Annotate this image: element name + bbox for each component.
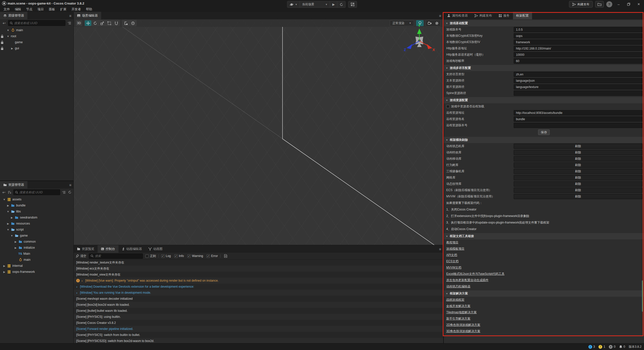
status-notifications[interactable]: 0 bbox=[619, 345, 625, 348]
filter-checkbox-box[interactable]: ✓ bbox=[174, 254, 178, 258]
rotate-tool-button[interactable] bbox=[92, 20, 98, 26]
assets-search-input[interactable] bbox=[19, 191, 58, 194]
tab-动画图[interactable]: 动画图 bbox=[145, 245, 166, 253]
section-header[interactable]: ▼游戏多语言配置 bbox=[444, 65, 644, 71]
expander-icon[interactable]: ▶ bbox=[14, 240, 17, 243]
trim-delete-button[interactable]: 剔除 bbox=[514, 162, 642, 168]
doc-link[interactable]: 新手引导解决方案 bbox=[446, 317, 470, 321]
menu-item-帮助[interactable]: 帮助 bbox=[84, 7, 95, 12]
field-input[interactable] bbox=[514, 123, 642, 128]
asset-node[interactable]: ▼script bbox=[0, 227, 73, 233]
doc-link[interactable]: 动画状态机编辑器 bbox=[446, 284, 470, 289]
asset-node[interactable]: ▼game bbox=[0, 233, 73, 239]
field-input[interactable] bbox=[514, 91, 642, 96]
trim-delete-button[interactable]: 剔除 bbox=[514, 175, 642, 180]
trim-delete-button[interactable]: 剔除 bbox=[514, 144, 642, 149]
asset-node[interactable]: ▶seedrandom bbox=[0, 214, 73, 221]
doc-link[interactable]: 战棋游戏框架 bbox=[446, 298, 464, 302]
menu-item-扩展[interactable]: 扩展 bbox=[58, 7, 69, 12]
filter-checkbox-box[interactable]: ✓ bbox=[187, 254, 191, 258]
field-input[interactable] bbox=[514, 78, 642, 83]
filter-warning[interactable]: ✓Warning bbox=[187, 254, 203, 258]
help-button[interactable]: ? bbox=[606, 1, 612, 7]
expand-arrow-icon[interactable]: › bbox=[82, 279, 84, 283]
asset-node[interactable]: ▶initialize bbox=[0, 245, 73, 251]
orientation-gizmo[interactable]: Y X Z bbox=[403, 23, 436, 56]
scrollbar-thumb[interactable] bbox=[642, 280, 643, 312]
assets-filter-icon[interactable] bbox=[62, 190, 66, 195]
regex-checkbox[interactable]: 正则 bbox=[145, 254, 156, 258]
expander-icon[interactable]: ▼ bbox=[7, 29, 10, 32]
play-button[interactable]: ▶ bbox=[330, 1, 337, 8]
tab-构建发布[interactable]: 构建发布 bbox=[471, 12, 495, 19]
tab-assets[interactable]: 资源管理器 bbox=[0, 181, 27, 189]
console-search-input[interactable] bbox=[95, 254, 141, 258]
asset-node[interactable]: main bbox=[0, 257, 73, 263]
tab-scene-editor[interactable]: 场景编辑器 bbox=[74, 12, 101, 19]
expand-arrow-icon[interactable]: › bbox=[76, 285, 78, 289]
field-input[interactable] bbox=[514, 52, 642, 57]
field-input[interactable] bbox=[514, 110, 642, 115]
tab-框架配置[interactable]: 框架配置 bbox=[513, 12, 532, 19]
expander-icon[interactable]: ▶ bbox=[3, 265, 6, 267]
log-row[interactable]: !›[Window] [Vue warn]: Property "onInput… bbox=[74, 278, 443, 284]
menu-item-项目[interactable]: 项目 bbox=[35, 7, 46, 12]
preview-target-select[interactable]: ▼ bbox=[287, 1, 300, 8]
expander-icon[interactable]: ▶ bbox=[11, 47, 14, 50]
expander-icon[interactable]: ▶ bbox=[14, 246, 17, 249]
reload-button[interactable] bbox=[337, 1, 345, 8]
gizmo-space-button[interactable] bbox=[113, 20, 119, 26]
3d-toggle-button[interactable]: 3D bbox=[76, 20, 82, 26]
asset-node[interactable]: ▶resources bbox=[0, 221, 73, 227]
trim-delete-button[interactable]: 剔除 bbox=[514, 188, 642, 193]
log-row[interactable]: ›[Window] Download the Vue Devtools exte… bbox=[74, 284, 443, 290]
trim-delete-button[interactable]: 剔除 bbox=[514, 169, 642, 174]
hierarchy-node[interactable]: ▼root bbox=[0, 33, 73, 39]
regex-checkbox-box[interactable] bbox=[145, 254, 149, 258]
field-input[interactable] bbox=[514, 84, 642, 90]
trim-delete-button[interactable]: 剔除 bbox=[514, 156, 642, 161]
hierarchy-search-input[interactable] bbox=[14, 21, 64, 25]
maximize-button[interactable] bbox=[625, 1, 632, 8]
rect-tool-button[interactable] bbox=[106, 20, 112, 26]
console-search[interactable] bbox=[89, 253, 143, 259]
field-input[interactable] bbox=[514, 46, 642, 51]
menu-item-节点[interactable]: 节点 bbox=[24, 7, 35, 12]
assets-search[interactable] bbox=[13, 189, 60, 195]
doc-link[interactable]: API文档 bbox=[446, 253, 457, 257]
doc-link[interactable]: 全栈开发解决方案 bbox=[446, 304, 470, 308]
asset-node[interactable]: ▶common bbox=[0, 239, 73, 245]
hierarchy-filter-icon[interactable] bbox=[67, 21, 72, 26]
sort-assets-icon[interactable] bbox=[8, 190, 12, 195]
scale-tool-button[interactable] bbox=[99, 20, 105, 26]
menu-item-开发者[interactable]: 开发者 bbox=[69, 7, 84, 12]
hierarchy-node[interactable]: game bbox=[0, 39, 73, 45]
menu-item-文件[interactable]: 文件 bbox=[1, 7, 12, 12]
trim-delete-button[interactable]: 剔除 bbox=[514, 181, 642, 187]
section-header[interactable]: ▼框架模块剔除 bbox=[444, 137, 644, 143]
add-asset-button[interactable]: +▾ bbox=[2, 190, 6, 195]
field-input[interactable] bbox=[514, 116, 642, 122]
filter-info[interactable]: ✓Info bbox=[174, 254, 184, 258]
panel-menu-icon[interactable]: ≡ bbox=[69, 14, 71, 18]
doc-link[interactable]: 原生包热更新配置自动生成插件 bbox=[446, 278, 489, 282]
minimize-button[interactable]: – bbox=[615, 1, 622, 8]
menu-item-面板[interactable]: 面板 bbox=[46, 7, 58, 12]
hierarchy-search[interactable] bbox=[8, 20, 65, 26]
tab-控制台[interactable]: 控制台 bbox=[98, 245, 118, 253]
doc-link[interactable]: 2D角色扮演游戏解决方案 bbox=[446, 323, 480, 327]
remote-load-checkbox[interactable] bbox=[446, 105, 450, 108]
expander-icon[interactable]: ▶ bbox=[7, 204, 10, 207]
asset-node[interactable]: ▶oops-framework bbox=[0, 269, 73, 275]
close-button[interactable]: × bbox=[635, 1, 642, 8]
doc-link[interactable]: ECS文档 bbox=[446, 259, 459, 264]
menu-item-编辑[interactable]: 编辑 bbox=[12, 7, 24, 12]
filter-checkbox-box[interactable]: ✓ bbox=[161, 254, 165, 258]
hierarchy-node[interactable]: ▶gui bbox=[0, 45, 73, 51]
preview-device-button[interactable] bbox=[348, 1, 357, 8]
panel-menu-icon[interactable]: ≡ bbox=[69, 183, 71, 187]
expander-icon[interactable]: ▼ bbox=[7, 35, 10, 38]
asset-node[interactable]: ▶internal bbox=[0, 263, 73, 269]
trim-delete-button[interactable]: 剔除 bbox=[514, 194, 642, 199]
build-publish-button[interactable]: 构建发布 bbox=[569, 1, 593, 8]
